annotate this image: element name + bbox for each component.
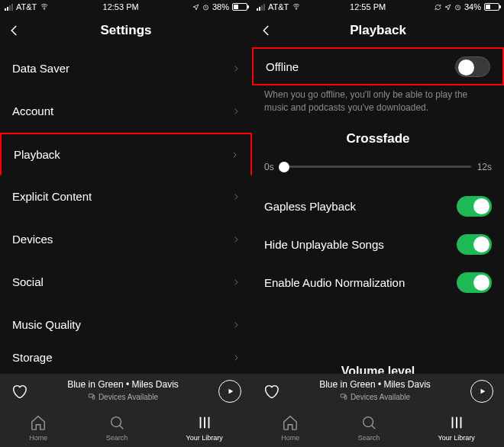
row-label: Data Saver xyxy=(12,62,69,75)
carrier-label: AT&T xyxy=(16,2,37,11)
tab-bar: HomeSearchYour Library xyxy=(0,409,252,447)
toggle-label: Gapless Playback xyxy=(264,200,356,213)
play-button[interactable] xyxy=(470,380,493,403)
toggle-switch[interactable] xyxy=(457,272,492,293)
home-icon xyxy=(30,414,47,433)
wifi-icon xyxy=(292,3,301,11)
settings-row-account[interactable]: Account xyxy=(0,90,252,133)
svg-marker-4 xyxy=(229,389,234,394)
page-title: Playback xyxy=(350,23,406,38)
settings-row-devices[interactable]: Devices xyxy=(0,218,252,261)
settings-row-music-quality[interactable]: Music Quality xyxy=(0,304,252,346)
offline-subtext: When you go offline, you'll only be able… xyxy=(252,85,504,125)
row-label: Explicit Content xyxy=(12,190,92,203)
svg-point-10 xyxy=(296,9,297,10)
track-label: Blue in Green • Miles Davis xyxy=(279,379,470,390)
next-section-title: Volume level xyxy=(252,360,504,374)
toggle-switch[interactable] xyxy=(457,196,492,217)
settings-content: Data Saver Account Playback Explicit Con… xyxy=(0,47,252,374)
settings-row-data-saver[interactable]: Data Saver xyxy=(0,47,252,90)
offline-toggle[interactable] xyxy=(455,56,490,77)
crossfade-slider-row: 0s 12s xyxy=(252,156,504,188)
toggle-row-gapless-playback[interactable]: Gapless Playback xyxy=(252,188,504,226)
screen-playback: AT&T 12:55 PM 34% Playback Offline When … xyxy=(252,0,504,447)
devices-icon xyxy=(88,393,95,400)
offline-row[interactable]: Offline xyxy=(252,47,504,85)
svg-point-0 xyxy=(44,9,45,10)
row-label: Devices xyxy=(12,233,53,246)
playback-content: Offline When you go offline, you'll only… xyxy=(252,47,504,374)
tab-label: Search xyxy=(106,434,128,442)
tab-search[interactable]: Search xyxy=(358,414,380,442)
toggle-label: Hide Unplayable Songs xyxy=(264,238,384,251)
location-icon xyxy=(444,4,451,11)
svg-point-5 xyxy=(111,417,121,427)
tab-your-library[interactable]: Your Library xyxy=(186,414,223,442)
play-button[interactable] xyxy=(218,380,241,403)
heart-icon[interactable] xyxy=(263,383,279,400)
battery-pct-label: 38% xyxy=(212,2,229,11)
tab-search[interactable]: Search xyxy=(106,414,128,442)
alarm-icon xyxy=(202,4,209,11)
tab-bar: HomeSearchYour Library xyxy=(252,409,504,447)
settings-row-storage[interactable]: Storage xyxy=(0,346,252,369)
tab-home[interactable]: Home xyxy=(281,414,299,442)
tab-label: Your Library xyxy=(438,434,475,442)
now-playing-bar[interactable]: Blue in Green • Miles Davis Devices Avai… xyxy=(252,374,504,409)
battery-pct-label: 34% xyxy=(464,2,481,11)
chevron-right-icon xyxy=(232,191,240,202)
crossfade-title: Crossfade xyxy=(252,125,504,156)
toggle-row-hide-unplayable-songs[interactable]: Hide Unplayable Songs xyxy=(252,226,504,264)
screen-settings: AT&T 12:53 PM 38% Settings Data Saver Ac… xyxy=(0,0,252,447)
status-bar: AT&T 12:53 PM 38% xyxy=(0,0,252,14)
battery-icon xyxy=(232,3,247,11)
location-icon xyxy=(192,4,199,11)
crossfade-slider[interactable] xyxy=(280,166,471,168)
now-playing-bar[interactable]: Blue in Green • Miles Davis Devices Avai… xyxy=(0,374,252,409)
tab-label: Home xyxy=(29,434,47,442)
status-bar: AT&T 12:55 PM 34% xyxy=(252,0,504,14)
crossfade-max: 12s xyxy=(477,162,492,172)
devices-row[interactable]: Devices Available xyxy=(340,393,410,401)
svg-point-15 xyxy=(363,417,373,427)
chevron-right-icon xyxy=(231,150,238,160)
search-icon xyxy=(108,414,125,433)
settings-row-explicit-content[interactable]: Explicit Content xyxy=(0,175,252,218)
crossfade-min: 0s xyxy=(264,162,274,172)
heart-icon[interactable] xyxy=(11,383,27,400)
battery-icon xyxy=(484,3,499,11)
chevron-right-icon xyxy=(232,63,240,74)
chevron-right-icon xyxy=(232,352,240,363)
signal-icon xyxy=(257,3,265,11)
settings-row-playback[interactable]: Playback xyxy=(0,133,252,175)
home-icon xyxy=(282,414,299,433)
tab-label: Your Library xyxy=(186,434,223,442)
back-icon[interactable] xyxy=(8,24,21,37)
toggle-label: Enable Audio Normalization xyxy=(264,276,405,289)
row-label: Social xyxy=(12,275,44,288)
tab-label: Search xyxy=(358,434,380,442)
devices-icon xyxy=(340,393,347,400)
alarm-icon xyxy=(454,4,461,11)
play-icon xyxy=(227,388,234,395)
row-label: Playback xyxy=(14,148,60,161)
toggle-row-enable-audio-normalization[interactable]: Enable Audio Normalization xyxy=(252,264,504,302)
tab-your-library[interactable]: Your Library xyxy=(438,414,475,442)
devices-row[interactable]: Devices Available xyxy=(88,393,158,401)
tab-home[interactable]: Home xyxy=(29,414,47,442)
nav-header: Playback xyxy=(252,14,504,47)
back-icon[interactable] xyxy=(260,24,273,37)
page-title: Settings xyxy=(100,23,151,38)
search-icon xyxy=(360,414,377,433)
signal-icon xyxy=(5,3,13,11)
chevron-right-icon xyxy=(232,234,240,245)
row-label: Music Quality xyxy=(12,318,81,331)
tab-label: Home xyxy=(281,434,299,442)
track-label: Blue in Green • Miles Davis xyxy=(27,379,218,390)
row-label: Storage xyxy=(12,351,53,364)
svg-line-6 xyxy=(120,426,124,429)
settings-row-social[interactable]: Social xyxy=(0,261,252,304)
offline-label: Offline xyxy=(266,60,299,73)
nav-header: Settings xyxy=(0,14,252,47)
toggle-switch[interactable] xyxy=(457,234,492,255)
